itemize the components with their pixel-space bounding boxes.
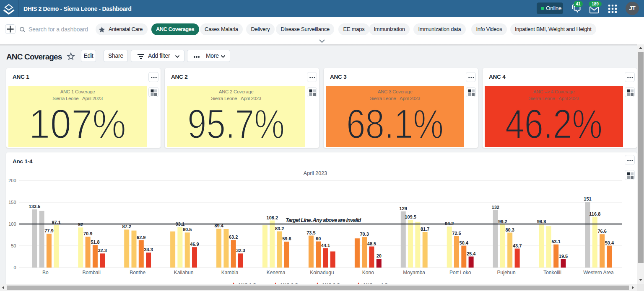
svg-text:0: 0 (13, 265, 16, 270)
svg-text:32.3: 32.3 (98, 248, 106, 253)
svg-text:116.8: 116.8 (589, 211, 600, 216)
svg-text:Kenema: Kenema (267, 270, 286, 276)
svg-text:46.9: 46.9 (190, 242, 199, 247)
svg-text:72.5: 72.5 (452, 231, 461, 236)
svg-text:97.1: 97.1 (52, 220, 60, 225)
svg-text:89.4: 89.4 (214, 223, 223, 228)
svg-text:Moyamba: Moyamba (403, 270, 425, 276)
svg-text:19.5: 19.5 (559, 254, 568, 259)
svg-text:Bombali: Bombali (83, 270, 101, 276)
svg-text:62.9: 62.9 (137, 235, 145, 240)
svg-text:32.3: 32.3 (236, 248, 245, 253)
svg-text:100: 100 (8, 221, 16, 227)
svg-text:43.7: 43.7 (513, 243, 522, 248)
svg-text:Kailahun: Kailahun (174, 270, 194, 276)
svg-text:200: 200 (8, 178, 16, 183)
svg-text:April 2023: April 2023 (304, 170, 327, 176)
svg-text:68.1%: 68.1% (346, 104, 444, 146)
svg-text:60: 60 (316, 236, 321, 241)
svg-text:109.5: 109.5 (405, 214, 416, 219)
svg-text:77.9: 77.9 (44, 228, 53, 233)
svg-text:87.2: 87.2 (122, 224, 131, 229)
svg-text:50: 50 (11, 243, 16, 248)
svg-text:92: 92 (78, 222, 83, 227)
svg-text:25.4: 25.4 (467, 251, 476, 256)
svg-text:133.5: 133.5 (29, 204, 41, 209)
svg-text:53.1: 53.1 (551, 239, 560, 244)
svg-text:44.1: 44.1 (321, 243, 330, 248)
svg-text:Kono: Kono (362, 270, 374, 276)
svg-text:150: 150 (8, 200, 16, 205)
svg-text:81.7: 81.7 (421, 227, 429, 232)
svg-text:80.5: 80.5 (183, 227, 192, 232)
svg-text:95.7%: 95.7% (187, 104, 285, 146)
svg-text:48.5: 48.5 (367, 241, 376, 246)
svg-text:63.2: 63.2 (229, 234, 238, 239)
svg-text:Bonthe: Bonthe (130, 270, 145, 276)
svg-text:151: 151 (584, 196, 591, 201)
svg-text:98.8: 98.8 (537, 219, 546, 224)
svg-text:94.2: 94.2 (445, 221, 454, 226)
svg-text:51.8: 51.8 (91, 239, 99, 245)
svg-text:50.4: 50.4 (605, 240, 614, 245)
svg-text:20: 20 (377, 253, 382, 258)
svg-text:107%: 107% (29, 104, 126, 146)
svg-text:73.5: 73.5 (306, 230, 315, 235)
svg-text:76.6: 76.6 (597, 229, 606, 234)
svg-text:46.2%: 46.2% (505, 104, 602, 146)
svg-text:70.3: 70.3 (360, 232, 369, 237)
svg-text:50.4: 50.4 (460, 240, 469, 245)
svg-text:70.9: 70.9 (83, 231, 92, 236)
svg-text:Bo: Bo (42, 270, 49, 276)
svg-text:132: 132 (492, 205, 499, 210)
svg-text:99.2: 99.2 (498, 219, 507, 224)
svg-text:Tonkolili: Tonkolili (543, 270, 561, 276)
svg-text:34.3: 34.3 (144, 247, 153, 252)
svg-text:80.3: 80.3 (505, 227, 514, 232)
svg-text:Koinadugu: Koinadugu (310, 270, 334, 276)
svg-text:108.2: 108.2 (267, 215, 278, 220)
svg-text:93.1: 93.1 (176, 221, 184, 227)
svg-text:Target Line. Any above are inv: Target Line. Any above are invalid (286, 217, 361, 223)
svg-text:Port Loko: Port Loko (449, 270, 471, 276)
svg-text:Pujehun: Pujehun (497, 270, 516, 276)
svg-text:Western Area: Western Area (583, 270, 614, 276)
svg-text:Kambia: Kambia (221, 270, 239, 276)
svg-text:59.6: 59.6 (282, 236, 291, 241)
svg-text:129: 129 (400, 206, 407, 211)
svg-text:83.2: 83.2 (275, 226, 284, 231)
